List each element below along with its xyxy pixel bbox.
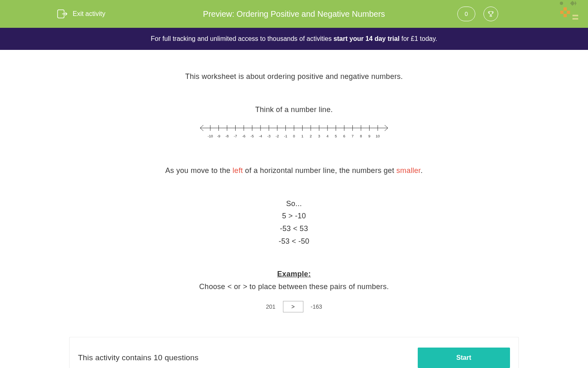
example-2: -53 < 53 — [98, 222, 490, 235]
svg-text:7: 7 — [352, 134, 354, 138]
comparison-left: 201 — [266, 303, 275, 310]
exit-icon — [57, 9, 68, 18]
svg-rect-4 — [567, 11, 570, 14]
comparison-row: 201 > -163 — [98, 301, 490, 312]
svg-rect-2 — [564, 7, 567, 11]
rule-smaller: smaller — [396, 166, 421, 175]
banner-bold: start your 14 day trial — [334, 35, 400, 42]
rule-prefix: As you move to the — [165, 166, 233, 175]
footer-bar: This activity contains 10 questions Star… — [69, 337, 519, 368]
exit-activity-button[interactable]: Exit activity — [57, 9, 105, 18]
svg-rect-5 — [564, 14, 567, 17]
think-text: Think of a number line. — [98, 103, 490, 116]
header: Exit activity Preview: Ordering Positive… — [0, 0, 588, 28]
rule-suffix: . — [421, 166, 423, 175]
svg-text:2: 2 — [310, 134, 312, 138]
svg-text:5: 5 — [335, 134, 337, 138]
svg-text:8: 8 — [360, 134, 362, 138]
svg-text:-4: -4 — [259, 134, 262, 138]
header-right: 0 — [457, 7, 498, 21]
svg-text:6: 6 — [343, 134, 345, 138]
svg-text:-3: -3 — [267, 134, 270, 138]
main-content: This worksheet is about ordering positiv… — [90, 50, 498, 325]
svg-rect-6 — [572, 15, 578, 16]
svg-point-1 — [560, 2, 563, 5]
svg-rect-7 — [572, 18, 578, 20]
so-text: So... — [98, 197, 490, 210]
banner-prefix: For full tracking and unlimited access t… — [151, 35, 333, 42]
svg-text:3: 3 — [318, 134, 320, 138]
intro-text: This worksheet is about ordering positiv… — [98, 70, 490, 83]
svg-text:-5: -5 — [250, 134, 254, 138]
svg-text:-1: -1 — [284, 134, 287, 138]
svg-rect-3 — [560, 11, 564, 14]
svg-text:-2: -2 — [276, 134, 279, 138]
rule-text: As you move to the left of a horizontal … — [98, 164, 490, 177]
svg-text:-10: -10 — [207, 134, 213, 138]
svg-text:-9: -9 — [217, 134, 220, 138]
trophy-button[interactable] — [483, 7, 498, 21]
svg-text:0: 0 — [293, 134, 295, 138]
comparison-right: -163 — [311, 303, 322, 310]
examples-block: So... 5 > -10 -53 < 53 -53 < -50 — [98, 197, 490, 247]
example-3: -53 < -50 — [98, 235, 490, 248]
svg-text:4: 4 — [326, 134, 328, 138]
number-line: -10-9-8-7-6-5-4-3-2-1012345678910 — [196, 122, 392, 144]
svg-text:10: 10 — [376, 134, 380, 138]
footer-text: This activity contains 10 questions — [78, 353, 198, 362]
trophy-icon — [487, 10, 494, 18]
comparison-symbol: > — [283, 301, 303, 312]
exit-label: Exit activity — [73, 10, 105, 18]
example-instruction: Choose < or > to place between these pai… — [98, 280, 490, 293]
rule-left: left — [233, 166, 243, 175]
brand-logo-icon — [555, 0, 580, 25]
svg-text:9: 9 — [368, 134, 370, 138]
rule-middle: of a horizontal number line, the numbers… — [243, 166, 396, 175]
svg-text:1: 1 — [301, 134, 303, 138]
example-1: 5 > -10 — [98, 210, 490, 222]
score-badge: 0 — [457, 7, 475, 21]
svg-text:-7: -7 — [234, 134, 237, 138]
trial-banner[interactable]: For full tracking and unlimited access t… — [0, 28, 588, 50]
svg-text:-6: -6 — [242, 134, 245, 138]
page-title: Preview: Ordering Positive and Negative … — [203, 9, 385, 19]
start-button[interactable]: Start — [418, 348, 510, 368]
svg-text:-8: -8 — [225, 134, 229, 138]
example-heading: Example: — [98, 268, 490, 280]
banner-suffix: for £1 today. — [399, 35, 437, 42]
